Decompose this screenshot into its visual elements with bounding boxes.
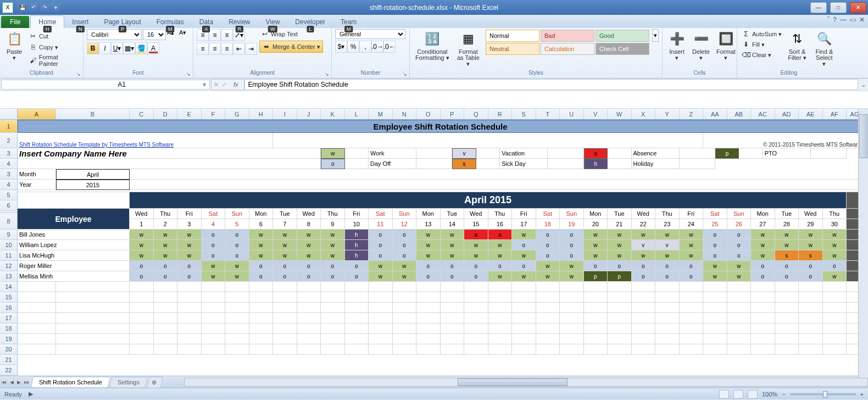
cell[interactable]	[177, 323, 202, 334]
shift-cell[interactable]: w	[130, 240, 154, 250]
cell[interactable]	[416, 282, 441, 292]
shrink-font-button[interactable]: A▾	[179, 29, 190, 40]
cell[interactable]	[369, 344, 393, 355]
day-number[interactable]: 11	[369, 219, 393, 230]
select-all-corner[interactable]	[0, 109, 18, 119]
last-sheet-icon[interactable]: ⏭	[23, 379, 31, 385]
cell[interactable]	[727, 303, 752, 313]
cell[interactable]: Year	[18, 180, 56, 190]
home-tab[interactable]: HomeH	[30, 15, 64, 28]
cell[interactable]	[297, 292, 321, 303]
sort-filter-button[interactable]: ⇅Sort & Filter ▾	[785, 29, 809, 62]
cell[interactable]	[560, 282, 584, 292]
shift-cell[interactable]: w	[608, 230, 632, 240]
cell[interactable]	[823, 292, 847, 303]
shift-cell[interactable]: w	[512, 250, 536, 261]
minimize-ribbon-icon[interactable]: ˇ	[827, 16, 830, 24]
cell[interactable]	[775, 292, 799, 303]
shift-cell[interactable]: w	[536, 271, 560, 282]
shift-cell[interactable]: o	[369, 250, 393, 261]
cell[interactable]	[751, 282, 775, 292]
shift-cell[interactable]: w	[632, 230, 656, 240]
cell[interactable]	[441, 282, 465, 292]
clipboard-dialog-icon[interactable]: ↘	[76, 71, 81, 77]
format-painter-button[interactable]: 🖌Format Painter	[27, 53, 80, 68]
column-header[interactable]: U	[560, 109, 584, 119]
qat-customize-icon[interactable]: ▾	[51, 3, 60, 13]
column-header[interactable]: O	[416, 109, 441, 119]
cell[interactable]	[799, 323, 823, 334]
help-icon[interactable]: ?	[833, 16, 837, 24]
cell[interactable]	[393, 282, 417, 292]
day-of-week[interactable]: Sun	[560, 209, 584, 219]
day-number[interactable]: 6	[249, 219, 274, 230]
day-of-week[interactable]: Wed	[464, 209, 488, 219]
shift-cell[interactable]: w	[369, 261, 393, 271]
cell[interactable]	[249, 334, 274, 344]
day-number[interactable]: 26	[727, 219, 752, 230]
shift-cell[interactable]: o	[441, 271, 465, 282]
cell[interactable]	[369, 292, 393, 303]
shift-cell[interactable]: o	[560, 230, 584, 240]
day-number[interactable]: 1	[130, 219, 154, 230]
shift-cell[interactable]: w	[249, 230, 274, 240]
cell[interactable]	[464, 344, 488, 355]
cell[interactable]	[680, 334, 704, 344]
shift-cell[interactable]: w	[249, 250, 274, 261]
accept-formula-icon[interactable]: ✓	[222, 81, 227, 88]
shift-cell[interactable]: a	[464, 230, 488, 240]
shift-cell[interactable]: o	[273, 271, 297, 282]
column-header[interactable]: AF	[823, 109, 847, 119]
cell[interactable]	[18, 292, 56, 303]
cell[interactable]	[441, 292, 465, 303]
shift-cell[interactable]: w	[416, 230, 441, 240]
cell[interactable]	[345, 323, 369, 334]
column-header[interactable]: K	[321, 109, 345, 119]
shift-cell[interactable]: o	[680, 271, 704, 282]
cell[interactable]	[416, 313, 441, 323]
cell[interactable]	[345, 292, 369, 303]
day-of-week[interactable]: Tue	[441, 209, 465, 219]
cell[interactable]	[369, 323, 393, 334]
cell[interactable]	[536, 313, 560, 323]
cell[interactable]	[393, 313, 417, 323]
cell[interactable]	[18, 344, 56, 355]
cell[interactable]	[249, 313, 274, 323]
shift-cell[interactable]: o	[273, 261, 297, 271]
day-of-week[interactable]: Mon	[416, 209, 441, 219]
column-header[interactable]: H	[249, 109, 274, 119]
shift-cell[interactable]: o	[608, 261, 632, 271]
cell[interactable]	[584, 292, 608, 303]
cell[interactable]	[273, 133, 703, 148]
first-sheet-icon[interactable]: ⏮	[0, 379, 8, 385]
shift-cell[interactable]: s	[775, 250, 799, 261]
cell[interactable]	[225, 313, 249, 323]
employee-name[interactable]: Roger Miller	[18, 261, 130, 271]
day-of-week[interactable]: Thu	[655, 209, 680, 219]
company-name[interactable]: Insert Company Name Here	[18, 148, 321, 159]
cell[interactable]	[154, 303, 178, 313]
day-of-week[interactable]: Sun	[393, 209, 417, 219]
cell[interactable]	[321, 344, 345, 355]
cell[interactable]	[632, 313, 656, 323]
shift-cell[interactable]: w	[488, 250, 513, 261]
maximize-button[interactable]: □	[830, 2, 847, 13]
prev-sheet-icon[interactable]: ◀	[8, 379, 15, 385]
cell[interactable]	[799, 292, 823, 303]
cell[interactable]	[608, 313, 632, 323]
employee-name[interactable]: William Lopez	[18, 240, 130, 250]
cell[interactable]	[18, 192, 130, 209]
employee-header[interactable]: Employee	[18, 209, 130, 230]
cell[interactable]	[321, 313, 345, 323]
cell[interactable]	[680, 292, 704, 303]
cell[interactable]	[775, 323, 799, 334]
cell[interactable]	[680, 282, 704, 292]
shift-cell[interactable]: o	[536, 240, 560, 250]
cell[interactable]	[416, 159, 452, 169]
shift-cell[interactable]: o	[727, 230, 752, 240]
column-header[interactable]: I	[273, 109, 297, 119]
cell[interactable]	[680, 344, 704, 355]
cell[interactable]	[441, 344, 465, 355]
cell[interactable]	[441, 303, 465, 313]
day-number[interactable]: 14	[441, 219, 465, 230]
